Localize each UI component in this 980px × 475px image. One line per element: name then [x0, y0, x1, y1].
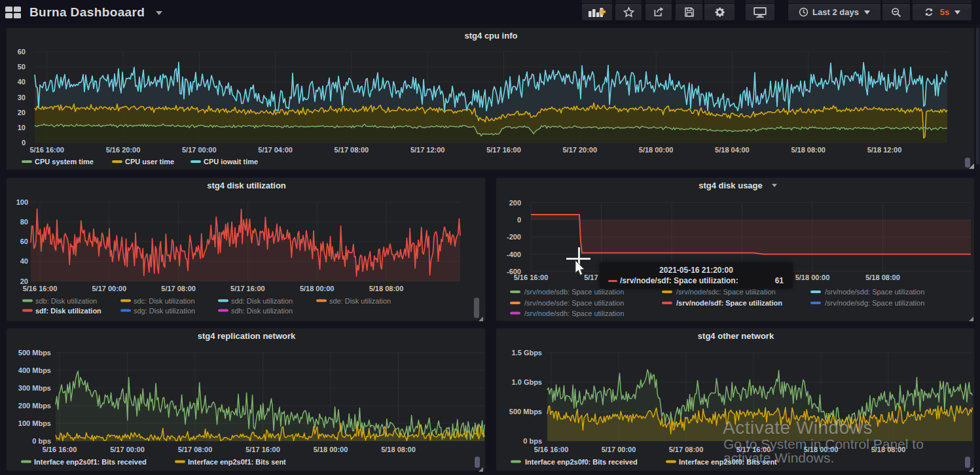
svg-text:5/17 20:00: 5/17 20:00: [562, 146, 597, 154]
svg-text:20: 20: [20, 277, 28, 285]
svg-text:60: 60: [18, 48, 26, 56]
svg-text:5/17 00:00: 5/17 00:00: [182, 146, 217, 154]
svg-text:Interface enp2s0f1: Bits sent: Interface enp2s0f1: Bits sent: [188, 458, 286, 466]
svg-text:5/17 16:00: 5/17 16:00: [245, 446, 280, 453]
svg-text:5/16 16:00: 5/16 16:00: [514, 273, 549, 281]
svg-text:60: 60: [20, 238, 28, 245]
svg-text:stg4 disk utilization: stg4 disk utilization: [207, 181, 286, 190]
svg-text:5/18 04:00: 5/18 04:00: [715, 146, 750, 154]
svg-text:5/16 16:00: 5/16 16:00: [534, 446, 569, 453]
svg-text:0 bps: 0 bps: [523, 437, 542, 445]
svg-text:CPU user time: CPU user time: [125, 158, 174, 166]
svg-text:5/17 00:00: 5/17 00:00: [602, 446, 636, 453]
svg-text:5/17 16:00: 5/17 16:00: [230, 285, 265, 292]
svg-text:/srv/node/sdh: Space utilizati: /srv/node/sdh: Space utilization: [524, 309, 624, 317]
svg-text:400 Mbps: 400 Mbps: [18, 366, 51, 374]
svg-text:5/18 12:00: 5/18 12:00: [867, 146, 902, 154]
svg-text:5/17 00:00: 5/17 00:00: [92, 285, 126, 292]
svg-text:stg4 other network: stg4 other network: [698, 331, 774, 341]
svg-text:-200: -200: [507, 233, 521, 241]
svg-text:5/17 04:00: 5/17 04:00: [258, 146, 293, 154]
svg-text:200: 200: [509, 199, 521, 207]
svg-text:100 Mbps: 100 Mbps: [18, 419, 51, 427]
svg-text:500 Mbps: 500 Mbps: [509, 408, 542, 415]
svg-text:40: 40: [20, 257, 28, 265]
svg-text:CPU system time: CPU system time: [35, 158, 94, 166]
svg-text:5/18 08:00: 5/18 08:00: [791, 146, 826, 154]
svg-text:5/17 12:00: 5/17 12:00: [410, 146, 445, 154]
svg-text:stg4 cpu info: stg4 cpu info: [465, 31, 518, 41]
svg-text:/srv/node/sdb: Space utilizati: /srv/node/sdb: Space utilization: [524, 288, 624, 296]
svg-text:40: 40: [18, 78, 26, 86]
svg-text:5/16 20:00: 5/16 20:00: [106, 146, 141, 154]
svg-text:stg4 replication network: stg4 replication network: [198, 331, 296, 341]
svg-text:0: 0: [22, 139, 26, 147]
svg-text:Interface enp2s0f0: Bits recei: Interface enp2s0f0: Bits received: [525, 458, 638, 466]
svg-text:5/18 00:00: 5/18 00:00: [639, 146, 674, 154]
svg-text:/srv/node/sdd: Space utilizati: /srv/node/sdd: Space utilization: [825, 288, 924, 296]
svg-text:/srv/node/sdg: Space utilizati: /srv/node/sdg: Space utilization: [825, 299, 924, 307]
svg-text:sde: Disk utilization: sde: Disk utilization: [329, 297, 391, 305]
svg-text:200 Mbps: 200 Mbps: [18, 402, 51, 410]
svg-text:500 Mbps: 500 Mbps: [18, 349, 51, 357]
svg-text:5/17 00:00: 5/17 00:00: [110, 446, 145, 453]
svg-text:sdb: Disk utilization: sdb: Disk utilization: [35, 297, 97, 305]
svg-text:sdh: Disk utilization: sdh: Disk utilization: [231, 307, 293, 315]
svg-text:5/17 08:00: 5/17 08:00: [178, 446, 213, 453]
svg-text:0: 0: [517, 216, 521, 224]
svg-text:sdf: Disk utilization: sdf: Disk utilization: [35, 307, 101, 315]
svg-text:5/18 00:00: 5/18 00:00: [795, 273, 830, 281]
svg-text:5/17 16:00: 5/17 16:00: [486, 146, 521, 154]
svg-text:50: 50: [18, 63, 26, 71]
svg-text:/srv/node/sdf: Space utilizati: /srv/node/sdf: Space utilization: [676, 299, 782, 307]
svg-text:stg4 disk usage: stg4 disk usage: [699, 181, 763, 190]
svg-text:5/17 08:00: 5/17 08:00: [161, 285, 196, 292]
svg-text:sdd: Disk utilization: sdd: Disk utilization: [231, 297, 293, 305]
svg-text:1.5 Gbps: 1.5 Gbps: [512, 349, 542, 357]
svg-text:5/18 00:00: 5/18 00:00: [300, 285, 335, 292]
svg-text:20: 20: [18, 109, 26, 116]
svg-text:/srv/node/sde: Space utilizati: /srv/node/sde: Space utilization: [524, 299, 624, 307]
svg-text:5/18 08:00: 5/18 08:00: [381, 446, 416, 453]
svg-text:sdg: Disk utilization: sdg: Disk utilization: [134, 307, 195, 315]
svg-text:5/16 16:00: 5/16 16:00: [23, 285, 58, 292]
svg-text:30: 30: [18, 94, 26, 101]
svg-text:/srv/node/sdc: Space utilizati: /srv/node/sdc: Space utilization: [676, 288, 776, 296]
svg-text:5/16 16:00: 5/16 16:00: [29, 146, 64, 154]
svg-text:0 bps: 0 bps: [32, 437, 51, 445]
svg-text:100: 100: [16, 198, 28, 206]
svg-text:1.0 Gbps: 1.0 Gbps: [512, 378, 542, 386]
svg-text:Interface enp2s0f1: Bits recei: Interface enp2s0f1: Bits received: [34, 458, 147, 466]
svg-text:-400: -400: [507, 251, 521, 258]
svg-text:10: 10: [18, 124, 26, 132]
svg-text:5/18 00:00: 5/18 00:00: [314, 446, 348, 453]
svg-text:300 Mbps: 300 Mbps: [18, 384, 51, 392]
svg-text:sdc: Disk utilization: sdc: Disk utilization: [134, 297, 195, 305]
svg-text:CPU iowait time: CPU iowait time: [204, 158, 258, 166]
svg-text:5/17 08:00: 5/17 08:00: [335, 146, 369, 154]
svg-text:5/18 08:00: 5/18 08:00: [865, 273, 900, 281]
svg-text:5/17 08:00: 5/17 08:00: [669, 446, 704, 453]
svg-text:5/18 08:00: 5/18 08:00: [369, 285, 404, 292]
svg-text:80: 80: [20, 218, 28, 226]
svg-text:5/16 16:00: 5/16 16:00: [43, 446, 77, 453]
